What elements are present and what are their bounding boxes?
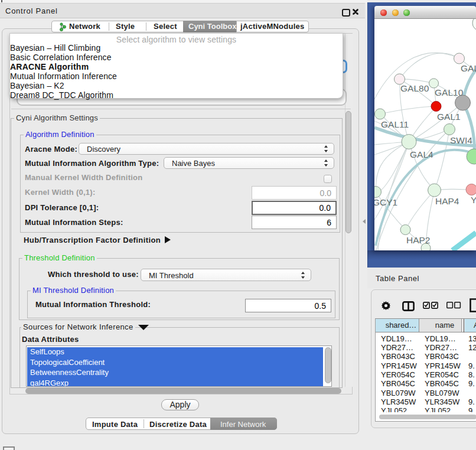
svg-text:GAL1: GAL1 [437, 112, 461, 122]
svg-text:Y: Y [471, 195, 476, 205]
svg-text:GAL11: GAL11 [381, 119, 409, 129]
svg-text:GAL80: GAL80 [400, 83, 429, 93]
svg-text:GCY1: GCY1 [374, 197, 397, 207]
svg-text:GAL: GAL [461, 63, 476, 73]
svg-text:SWI4: SWI4 [450, 135, 472, 145]
svg-text:GAL10: GAL10 [435, 87, 464, 97]
svg-text:GAL4: GAL4 [410, 149, 433, 159]
svg-text:HAP2: HAP2 [406, 235, 431, 245]
svg-text:HAP4: HAP4 [435, 196, 459, 206]
